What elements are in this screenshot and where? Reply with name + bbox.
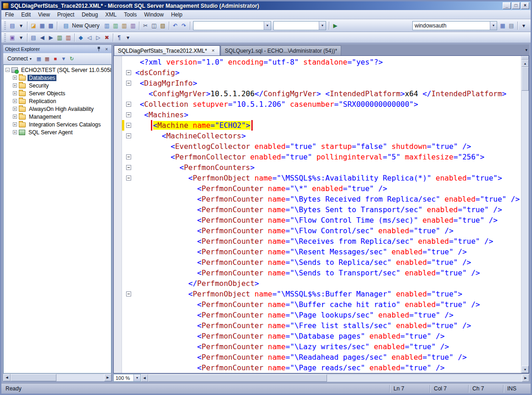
menu-debug[interactable]: Debug bbox=[78, 11, 101, 19]
dropdown-arrow-icon[interactable]: ▾ bbox=[490, 22, 497, 30]
dropdown-arrow-icon[interactable]: ▾ bbox=[264, 22, 271, 30]
menu-file[interactable]: File bbox=[1, 11, 17, 19]
redo-icon[interactable]: ↷ bbox=[180, 22, 188, 30]
toolbar2-options-icon[interactable]: ▾ bbox=[124, 33, 132, 42]
scrollbar-track[interactable] bbox=[56, 374, 104, 381]
expand-icon[interactable]: + bbox=[13, 130, 17, 134]
analysis-services-mdx-query-icon[interactable]: ▥ bbox=[111, 22, 120, 30]
object-explorer-hscrollbar[interactable]: ◀ ▶ bbox=[3, 373, 111, 381]
code-line[interactable]: <?xml version="1.0" encoding="utf-8" sta… bbox=[114, 57, 521, 67]
scrollbar-track[interactable] bbox=[327, 374, 522, 382]
copy-icon[interactable]: ◫ bbox=[150, 22, 158, 30]
increase-indent-icon[interactable]: ▶ bbox=[47, 33, 55, 42]
collapse-icon[interactable]: − bbox=[6, 68, 10, 72]
document-tab[interactable]: SQLQuery1.sql - ECHO...\Administrator (5… bbox=[221, 45, 341, 55]
splitter-handle[interactable] bbox=[521, 56, 529, 60]
fold-collapse-icon[interactable] bbox=[126, 81, 131, 86]
code-line[interactable]: <PerfmonCounter name="\Bytes Sent to Tra… bbox=[114, 204, 521, 215]
tree-item-alwayson-high-availability[interactable]: +AlwaysOn High Availability bbox=[4, 105, 111, 113]
code-line[interactable]: <PerfmonObject name="\MSSQL$%s:Buffer Ma… bbox=[114, 289, 521, 299]
comment-selection-icon[interactable]: ▥ bbox=[55, 33, 64, 42]
clear-bookmarks-icon[interactable]: ✖ bbox=[103, 33, 111, 42]
tree-item-server-objects[interactable]: +Server Objects bbox=[4, 89, 111, 97]
analysis-services-xmla-query-icon[interactable]: ▥ bbox=[129, 22, 137, 30]
paste-icon[interactable]: ▧ bbox=[159, 22, 167, 30]
word-wrap-icon[interactable]: ¶ bbox=[115, 33, 123, 42]
expand-icon[interactable]: + bbox=[13, 99, 17, 103]
code-line[interactable]: <PerfmonCounter name="\Flow Control/sec"… bbox=[114, 225, 521, 236]
code-line[interactable]: <PerfmonCounter name="\Readahead pages/s… bbox=[114, 352, 521, 362]
code-line[interactable]: <PerfmonCounter name="\Sends to Transpor… bbox=[114, 268, 521, 278]
scroll-left-icon[interactable]: ◀ bbox=[3, 374, 11, 381]
expand-icon[interactable]: + bbox=[13, 122, 17, 126]
code-line[interactable]: <PerfmonCollector enabled="true" polling… bbox=[114, 152, 521, 162]
next-bookmark-icon[interactable]: ▷ bbox=[94, 33, 102, 42]
fold-collapse-icon[interactable] bbox=[126, 70, 131, 75]
code-line[interactable]: <PerfmonCounter name="\Page lookups/sec"… bbox=[114, 310, 521, 320]
new-query-button[interactable]: ▤New Query bbox=[59, 21, 102, 30]
menu-help[interactable]: Help bbox=[167, 11, 186, 19]
scrollbar-thumb[interactable] bbox=[148, 374, 327, 382]
fold-collapse-icon[interactable] bbox=[126, 123, 131, 128]
toolbar-options-icon[interactable]: ▾ bbox=[520, 22, 528, 30]
code-line[interactable]: <PerfmonCounter name="\Free list stalls/… bbox=[114, 320, 521, 331]
refresh-icon[interactable]: ↻ bbox=[68, 55, 76, 62]
code-line[interactable]: <PerfmonCounter name="\Sends to Replica/… bbox=[114, 257, 521, 268]
fold-collapse-icon[interactable] bbox=[126, 133, 131, 138]
title-bar[interactable]: SQLDiagPerfStats_Trace2012.XML* - Micros… bbox=[1, 1, 531, 10]
code-line[interactable]: <PerfmonCounter name="\Receives from Rep… bbox=[114, 236, 521, 247]
scrollbar-thumb[interactable] bbox=[521, 67, 529, 91]
code-line[interactable]: <PerfmonCounter name="\Flow Control Time… bbox=[114, 215, 521, 225]
close-panel-icon[interactable]: × bbox=[104, 46, 110, 52]
close-tab-icon[interactable]: × bbox=[210, 48, 216, 54]
connect-server-icon[interactable]: ▦ bbox=[35, 55, 43, 62]
save-icon[interactable]: ▦ bbox=[38, 22, 46, 30]
editor-vscrollbar[interactable]: ▲ ▼ bbox=[521, 56, 529, 373]
code-editor[interactable]: <?xml version="1.0" encoding="utf-8" sta… bbox=[113, 55, 529, 373]
object-explorer-tree[interactable]: −ECHO2\TEST (SQL Server 11.0.5058 - E+Da… bbox=[3, 65, 111, 373]
xml-schemas-icon[interactable]: ▣ bbox=[8, 33, 17, 42]
zoom-combo[interactable]: 100 % ▾ bbox=[113, 374, 141, 382]
scroll-right-icon[interactable]: ▶ bbox=[104, 374, 111, 381]
scroll-up-icon[interactable]: ▲ bbox=[521, 60, 529, 67]
code-line[interactable]: <PerfmonCounter name="\Bytes Received fr… bbox=[114, 194, 521, 204]
menu-edit[interactable]: Edit bbox=[17, 11, 34, 19]
close-button[interactable]: × bbox=[521, 2, 529, 9]
code-line[interactable]: <PerfmonCounter name="\Lazy writes/sec" … bbox=[114, 341, 521, 352]
editor-hscrollbar[interactable]: ◀ ▶ bbox=[141, 374, 529, 382]
expand-icon[interactable]: + bbox=[13, 91, 17, 95]
restore-button[interactable]: □ bbox=[512, 2, 520, 9]
xml-schemas-dropdown-icon[interactable]: ▾ bbox=[17, 33, 25, 42]
scroll-down-icon[interactable]: ▼ bbox=[521, 366, 529, 373]
format-document-icon[interactable]: ▤ bbox=[29, 33, 38, 42]
debug-target-combo[interactable]: ▾ bbox=[193, 21, 271, 30]
database-engine-query-icon[interactable]: ▥ bbox=[103, 22, 111, 30]
fold-collapse-icon[interactable] bbox=[126, 154, 131, 159]
disconnect-server-icon[interactable]: ▦ bbox=[44, 55, 51, 62]
menu-xml[interactable]: XML bbox=[102, 11, 121, 19]
code-line[interactable]: <Machine name="ECHO2"> bbox=[114, 120, 521, 131]
code-line[interactable]: <DiagMgrInfo> bbox=[114, 78, 521, 88]
code-line[interactable]: </PerfmonObject> bbox=[114, 278, 521, 289]
menu-view[interactable]: View bbox=[34, 11, 54, 19]
code-line[interactable]: <EventlogCollector enabled="true" startu… bbox=[114, 141, 521, 152]
tree-item-security[interactable]: +Security bbox=[4, 82, 111, 89]
scroll-left-icon[interactable]: ◀ bbox=[141, 374, 148, 382]
object-explorer-titlebar[interactable]: Object Explorer × bbox=[3, 45, 111, 53]
toggle-bookmark-icon[interactable]: ◆ bbox=[77, 33, 85, 42]
new-file-dropdown-icon[interactable]: ▾ bbox=[17, 22, 25, 30]
undo-icon[interactable]: ↶ bbox=[171, 22, 179, 30]
fold-collapse-icon[interactable] bbox=[126, 102, 131, 107]
code-text-area[interactable]: <?xml version="1.0" encoding="utf-8" sta… bbox=[114, 56, 521, 373]
expand-icon[interactable]: + bbox=[13, 83, 17, 88]
filter-icon[interactable]: ▼ bbox=[60, 55, 67, 62]
pin-icon[interactable] bbox=[96, 46, 102, 52]
tree-item-server[interactable]: −ECHO2\TEST (SQL Server 11.0.5058 - E bbox=[4, 66, 111, 74]
cut-icon[interactable]: ✂ bbox=[141, 22, 150, 30]
code-line[interactable]: <PerfmonCounter name="\Database pages" e… bbox=[114, 331, 521, 341]
tab-list-dropdown-icon[interactable]: ▾ bbox=[525, 48, 527, 52]
open-file-icon[interactable]: ◪ bbox=[29, 22, 38, 30]
fold-collapse-icon[interactable] bbox=[126, 112, 131, 117]
decrease-indent-icon[interactable]: ◀ bbox=[38, 33, 46, 42]
new-file-icon[interactable]: ▤ bbox=[8, 22, 17, 30]
